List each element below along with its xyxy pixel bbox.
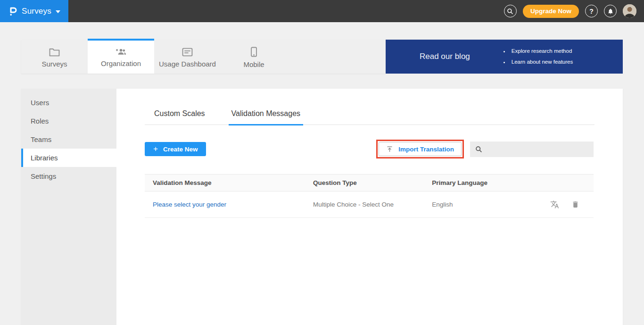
primary-language-cell: English	[432, 201, 526, 208]
column-header-primary-language: Primary Language	[432, 179, 526, 186]
search-button[interactable]	[504, 5, 517, 17]
sidebar-item-teams[interactable]: Teams	[21, 130, 116, 149]
banner-bullet: Explore research method	[510, 46, 573, 57]
nav-tab-label: Surveys	[41, 60, 67, 68]
annotation-highlight: Import Translation	[376, 140, 464, 158]
nav-tab-surveys[interactable]: Surveys	[21, 39, 88, 74]
folder-icon	[49, 48, 60, 57]
help-icon: ?	[589, 8, 594, 15]
user-avatar[interactable]	[623, 4, 636, 18]
search-icon	[475, 146, 482, 153]
delete-icon[interactable]	[571, 200, 579, 209]
translate-icon[interactable]	[550, 200, 559, 209]
question-type-cell: Multiple Choice - Select One	[313, 201, 432, 208]
group-add-icon	[115, 48, 127, 56]
table-row: Please select your gender Multiple Choic…	[145, 192, 594, 218]
tab-validation-messages[interactable]: Validation Messages	[229, 109, 303, 125]
app-window: Surveys Upgrade Now ?	[0, 0, 644, 325]
nav-tab-label: Organization	[101, 59, 141, 67]
validation-message-link[interactable]: Please select your gender	[153, 201, 226, 208]
create-new-button[interactable]: + Create New	[145, 142, 206, 156]
sidebar-item-users[interactable]: Users	[21, 93, 116, 112]
nav-tab-mobile[interactable]: Mobile	[221, 39, 287, 74]
notifications-button[interactable]	[604, 5, 617, 17]
toolbar-right: Import Translation	[376, 140, 594, 158]
search-icon	[507, 8, 513, 15]
topbar: Surveys Upgrade Now ?	[0, 0, 644, 22]
toolbar: + Create New Import Translation	[145, 140, 594, 158]
column-header-question-type: Question Type	[313, 179, 432, 186]
import-translation-button[interactable]: Import Translation	[379, 142, 462, 156]
product-name: Surveys	[22, 7, 51, 16]
banner-title[interactable]: Read our blog	[420, 52, 470, 61]
create-new-label: Create New	[163, 146, 198, 153]
library-tabs: Custom Scales Validation Messages	[145, 109, 594, 125]
sidebar: Users Roles Teams Libraries Settings	[21, 89, 116, 325]
sidebar-item-label: Users	[31, 99, 49, 107]
import-translation-label: Import Translation	[398, 146, 454, 153]
plus-icon: +	[153, 145, 158, 153]
nav-tabs: Surveys Organization	[21, 40, 386, 74]
table-header: Validation Message Question Type Primary…	[145, 174, 594, 192]
banner-bullet-list: Explore research method Learn about new …	[502, 46, 573, 67]
nav-tab-usage-dashboard[interactable]: Usage Dashboard	[154, 39, 221, 74]
main-panel: Users Roles Teams Libraries Settings Cus…	[21, 89, 623, 325]
blog-banner[interactable]: Read our blog Explore research method Le…	[386, 40, 623, 74]
sidebar-item-roles[interactable]: Roles	[21, 112, 116, 130]
nav-tab-label: Mobile	[243, 60, 264, 68]
topbar-actions: Upgrade Now ?	[504, 4, 644, 18]
table-search[interactable]	[470, 142, 594, 157]
product-switcher[interactable]: Surveys	[0, 0, 68, 22]
bell-icon	[607, 8, 614, 15]
banner-bullet: Learn about new features	[510, 57, 573, 67]
mobile-icon	[250, 47, 257, 57]
help-button[interactable]: ?	[585, 5, 598, 17]
brand-logo-icon	[8, 6, 17, 17]
sidebar-item-label: Libraries	[31, 154, 58, 162]
upload-icon	[386, 146, 393, 153]
primary-navigation: Surveys Organization	[21, 40, 623, 74]
nav-tab-organization[interactable]: Organization	[88, 39, 154, 74]
sidebar-item-libraries[interactable]: Libraries	[21, 149, 116, 167]
content-area: Custom Scales Validation Messages + Crea…	[116, 89, 623, 325]
upgrade-now-label: Upgrade Now	[530, 8, 571, 15]
caret-down-icon	[56, 10, 60, 13]
nav-tab-label: Usage Dashboard	[159, 60, 216, 68]
sidebar-item-label: Teams	[31, 135, 51, 143]
upgrade-now-button[interactable]: Upgrade Now	[523, 5, 579, 18]
column-header-validation-message: Validation Message	[145, 179, 313, 186]
search-input[interactable]	[487, 145, 588, 153]
sidebar-item-label: Roles	[31, 117, 49, 125]
sidebar-item-settings[interactable]: Settings	[21, 167, 116, 185]
tab-custom-scales[interactable]: Custom Scales	[151, 109, 208, 125]
validation-messages-table: Validation Message Question Type Primary…	[145, 174, 594, 218]
dashboard-icon	[182, 48, 193, 57]
sidebar-item-label: Settings	[31, 172, 56, 180]
